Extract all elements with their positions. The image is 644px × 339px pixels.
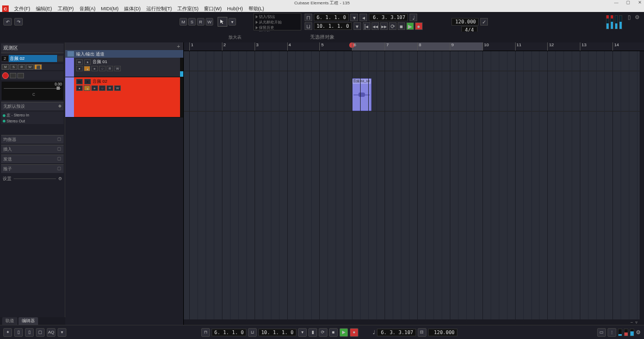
punch-in-button[interactable]: ⊓ bbox=[305, 14, 312, 21]
menu-window[interactable]: 窗口(W) bbox=[204, 5, 222, 13]
record-button[interactable]: ● bbox=[415, 22, 423, 30]
volume-fader-area[interactable]: 0.00 C bbox=[2, 82, 63, 100]
track-solo-button[interactable]: s bbox=[84, 79, 91, 84]
pos2-field[interactable]: 10. 1. 1. 0 bbox=[258, 329, 296, 336]
ruler-mark[interactable]: 13 bbox=[580, 42, 586, 51]
ruler-mark[interactable]: 6 bbox=[352, 42, 356, 51]
track-r-button[interactable]: R bbox=[107, 66, 113, 71]
marker-left-icon[interactable]: ◂ bbox=[360, 14, 367, 21]
marker-btn[interactable]: ▮ bbox=[308, 328, 317, 337]
track-solo-button[interactable]: s bbox=[84, 59, 91, 65]
timeline-ruler[interactable]: 1234567891011121314 bbox=[184, 42, 644, 51]
record-bottom[interactable]: ● bbox=[350, 328, 358, 337]
track-insert-button[interactable]: ○ bbox=[99, 85, 106, 91]
settings-gear-icon[interactable]: ⚙ bbox=[58, 176, 62, 181]
left-panel-button[interactable]: ▯ bbox=[14, 328, 23, 337]
menu-midi[interactable]: MIDI(M) bbox=[101, 6, 119, 11]
tempo-icon[interactable]: ♩ bbox=[410, 14, 417, 21]
track-color-bar[interactable] bbox=[70, 58, 74, 77]
time-format-button[interactable]: ⊟ bbox=[418, 328, 426, 337]
video-button[interactable]: ▭ bbox=[597, 328, 606, 337]
inserts-section[interactable]: 插入▢ bbox=[1, 145, 64, 153]
menu-audio[interactable]: 音频(A) bbox=[79, 5, 96, 13]
ruler-mark[interactable]: 9 bbox=[450, 42, 454, 51]
dropdown-2[interactable]: ▾ bbox=[298, 328, 307, 337]
click-button[interactable]: ✓ bbox=[480, 18, 488, 26]
ruler-mark[interactable]: 7 bbox=[385, 42, 388, 51]
menu-edit[interactable]: 编辑(E) bbox=[36, 5, 52, 13]
bottom-gear-icon[interactable]: ⚙ bbox=[636, 329, 641, 335]
tempo-field-bottom[interactable]: 120.000 bbox=[428, 329, 457, 336]
right-panel-button[interactable]: ▯ bbox=[25, 328, 34, 337]
aq-button[interactable]: AQ bbox=[47, 328, 55, 337]
ruler-mark[interactable]: 4 bbox=[287, 42, 291, 51]
locator-dropdown-2[interactable]: ▾ bbox=[354, 22, 361, 30]
monitor-button[interactable] bbox=[10, 73, 16, 78]
menu-transport[interactable]: 运行控制(T) bbox=[146, 5, 172, 13]
rewind-button[interactable]: ◂◂ bbox=[371, 22, 379, 30]
cycle-bottom[interactable]: ⟳ bbox=[319, 328, 327, 337]
freeze-button[interactable] bbox=[17, 73, 24, 78]
add-track-button[interactable]: + bbox=[65, 42, 183, 50]
layout-divider-icon[interactable]: ▯ bbox=[628, 14, 631, 20]
track-w-button[interactable]: W bbox=[114, 66, 121, 71]
history-item[interactable]: 从光标处开始 bbox=[259, 20, 282, 25]
write-all-button[interactable]: W bbox=[206, 18, 213, 26]
punch-out-bottom[interactable]: ⊔ bbox=[248, 328, 257, 337]
event-grid[interactable]: 音频 02_10 bbox=[184, 51, 644, 325]
minimize-icon[interactable]: — bbox=[614, 0, 618, 5]
track-name[interactable]: 音频 02 bbox=[92, 78, 107, 84]
track-e-button[interactable]: e bbox=[91, 85, 98, 91]
eq-section[interactable]: 均衡器▢ bbox=[1, 135, 64, 144]
ruler-mark[interactable]: 11 bbox=[515, 42, 522, 51]
cursor-field-bottom[interactable]: 6. 3. 3.107 bbox=[377, 329, 416, 336]
ruler-mark[interactable]: 5 bbox=[319, 42, 323, 51]
routing-header[interactable]: 无默认预设◆ bbox=[1, 102, 64, 110]
tool-dropdown[interactable]: ▾ bbox=[228, 18, 236, 26]
track-row-2[interactable]: m s 音频 02 ● ◂ e ○ R W bbox=[65, 77, 183, 118]
mute-all-button[interactable]: M bbox=[179, 18, 187, 26]
read-button[interactable]: R bbox=[18, 64, 26, 70]
read-all-button[interactable]: R bbox=[197, 18, 205, 26]
play-bottom[interactable]: ▶ bbox=[339, 328, 348, 337]
menu-file[interactable]: 文件(F) bbox=[14, 5, 30, 13]
ruler-mark[interactable]: 14 bbox=[612, 42, 619, 51]
track-row-1[interactable]: m s 音频 01 ● ◂ e ○ R W bbox=[65, 58, 183, 77]
track-color-bar[interactable] bbox=[70, 77, 74, 117]
locator-dropdown[interactable]: ▾ bbox=[350, 14, 358, 21]
track-name-field[interactable]: 音频 02 bbox=[9, 55, 57, 62]
settings-label[interactable]: 设置 bbox=[3, 176, 11, 182]
pos1-field[interactable]: 6. 1. 1. 0 bbox=[212, 329, 246, 336]
right-locator-field[interactable]: 10. 1. 1. 0 bbox=[314, 22, 352, 30]
menu-studio[interactable]: 工作室(S) bbox=[177, 5, 199, 13]
lower-panel-button[interactable]: ▢ bbox=[36, 328, 45, 337]
inspector-tab[interactable]: 观测区 bbox=[1, 44, 64, 53]
stop-bottom[interactable]: ■ bbox=[329, 328, 338, 337]
track-insert-button[interactable]: ○ bbox=[99, 66, 106, 71]
track-monitor-button[interactable]: ◂ bbox=[84, 66, 90, 71]
extra-button[interactable]: ⬛ bbox=[34, 64, 42, 70]
record-arm-button[interactable] bbox=[2, 72, 9, 79]
menu-hub[interactable]: Hub(H) bbox=[227, 6, 243, 11]
menu-media[interactable]: 媒体(D) bbox=[124, 5, 141, 13]
pointer-tool-icon[interactable] bbox=[218, 17, 227, 27]
ruler-mark[interactable]: 3 bbox=[255, 42, 258, 51]
zoom-out-icon[interactable]: − bbox=[630, 320, 633, 325]
track-color-picker[interactable] bbox=[58, 56, 63, 61]
arrange-area[interactable]: 1234567891011121314 音频 02_10 − ▿ bbox=[184, 42, 644, 325]
menu-help[interactable]: 帮助(L) bbox=[249, 5, 264, 13]
track-mute-button[interactable]: m bbox=[76, 59, 83, 65]
solo-button[interactable]: S bbox=[10, 64, 17, 70]
track-name[interactable]: 音频 01 bbox=[92, 59, 107, 65]
constrain-button[interactable]: ✦ bbox=[3, 328, 12, 337]
mute-button[interactable]: M bbox=[2, 64, 9, 70]
tab-tracks[interactable]: 轨道 bbox=[2, 317, 17, 325]
go-start-button[interactable]: |◂ bbox=[363, 22, 370, 30]
sends-section[interactable]: 发送▢ bbox=[1, 155, 64, 163]
track-rec-button[interactable]: ● bbox=[76, 85, 83, 91]
menu-project[interactable]: 工程(P) bbox=[58, 5, 74, 13]
divider-bottom[interactable]: ⋮ bbox=[608, 328, 616, 337]
ruler-mark[interactable]: 10 bbox=[482, 42, 489, 51]
tab-editor[interactable]: 编辑器 bbox=[18, 317, 38, 325]
output-routing[interactable]: Stereo Out bbox=[2, 119, 63, 124]
